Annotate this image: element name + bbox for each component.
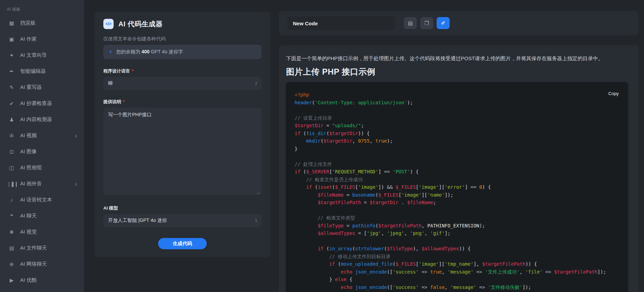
- brain-icon: ❋: [7, 229, 16, 235]
- balance-prefix: 您的余额为: [116, 49, 140, 54]
- pencil-icon: ✎: [7, 84, 16, 91]
- balance-amount: 400: [141, 49, 149, 54]
- code-line: $fileType = pathinfo($targetFilePath, PA…: [295, 222, 619, 230]
- code-line: echo json_encode(['success' => true, 'me…: [295, 268, 619, 276]
- code-line: if (!is_dir($targetDir)) {: [295, 130, 619, 137]
- sidebar-item-ai-web-chat[interactable]: ⊕ AI 网络聊天: [0, 256, 84, 272]
- code-line: [295, 106, 619, 114]
- sidebar-item-label: AI 视频: [20, 132, 37, 139]
- page-title: AI 代码生成器: [118, 19, 163, 29]
- generate-code-button[interactable]: 生成代码: [158, 238, 207, 249]
- instructions-label-text: 提供说明: [103, 99, 121, 104]
- code-line: mkdir($targetDir, 0755, true);: [295, 137, 619, 145]
- sidebar-item-ai-file-chat[interactable]: ▤ AI 文件聊天: [0, 240, 84, 256]
- document-button[interactable]: ▤: [404, 17, 417, 29]
- result-panel: 下面是一个简单的PHP接口示例，用于处理图片上传。这个代码段将接受通过POST请…: [279, 45, 639, 292]
- sidebar-item-ai-voiceover[interactable]: ❘❚❙ AI 画外音 ›: [0, 176, 84, 192]
- sidebar-item-label: AI 重写器: [20, 84, 42, 91]
- sidebar-item-label: AI 抄袭检查器: [20, 100, 52, 107]
- copy-code-button[interactable]: Copy: [608, 91, 619, 96]
- code-line: // 设置上传目录: [295, 114, 619, 122]
- video-camera-icon: ✇: [7, 133, 16, 139]
- save-edit-icon: ✐: [441, 20, 446, 26]
- code-line: // 检查文件类型: [295, 214, 619, 222]
- generator-panel: </> AI 代码生成器 仅使用文本命令创建各种代码 ⚡ 您的余额为 400 G…: [94, 12, 270, 257]
- sidebar-item-label: AI 作家: [20, 36, 37, 42]
- sidebar-item-ai-writer[interactable]: ▣ AI 作家: [0, 31, 84, 47]
- sidebar-section-label: AI 面板: [7, 6, 21, 12]
- code-line: $fileName = basename($_FILES['image']['n…: [295, 191, 619, 199]
- sidebar-item-ai-vision[interactable]: ❋ AI 视觉: [0, 224, 84, 240]
- shield-check-icon: ✔: [7, 101, 16, 107]
- sidebar-item-ai-rss[interactable]: ◉ AI RSS: [0, 288, 84, 292]
- sidebar-item-dashboard[interactable]: ▦ 挡泥板: [0, 15, 84, 31]
- code-generator-icon: </>: [103, 19, 114, 29]
- model-label-text: AI 模型: [103, 205, 118, 211]
- code-line: // 移动上传文件到目标目录: [295, 253, 619, 261]
- sidebar-item-ai-article-wizard[interactable]: ✦ AI 文章向导: [0, 47, 84, 63]
- sidebar-item-label: AI 聊天: [20, 213, 37, 219]
- sidebar-item-label: AI 图像: [20, 148, 37, 155]
- audio-file-icon: ♪: [7, 197, 16, 203]
- sidebar-item-ai-youtube[interactable]: ▶ AI 优酷: [0, 272, 84, 288]
- language-select[interactable]: 蟒 ▲▼: [103, 77, 261, 90]
- sidebar-item-ai-speech-to-text[interactable]: ♪ AI 语音转文本: [0, 192, 84, 208]
- sidebar-item-ai-plagiarism-checker[interactable]: ✔ AI 抄袭检查器: [0, 95, 84, 111]
- sidebar-item-ai-chat[interactable]: ❝ AI 聊天: [0, 208, 84, 224]
- code-line: echo json_encode(['success' => false, 'm…: [295, 283, 619, 291]
- sidebar-item-label: AI 网络聊天: [20, 261, 47, 267]
- sidebar-item-label: AI 照相馆: [20, 164, 42, 171]
- code-line: if ($_SERVER['REQUEST_METHOD'] == 'POST'…: [295, 168, 619, 176]
- sidebar-item-ai-content-detector[interactable]: ♟ AI 内容检测器: [0, 111, 84, 128]
- sidebar-item-label: AI 优酷: [20, 277, 37, 283]
- language-label: 程序设计语言*: [103, 68, 261, 74]
- sidebar-item-smart-editor[interactable]: ✒ 智能编辑器: [0, 63, 84, 79]
- arrow-down-icon: ▼: [255, 83, 257, 85]
- sidebar-item-label: AI 文件聊天: [20, 245, 47, 251]
- sidebar-item-ai-video[interactable]: ✇ AI 视频 ›: [0, 128, 84, 144]
- document-icon: ▤: [408, 20, 413, 26]
- generator-header: </> AI 代码生成器: [103, 19, 261, 29]
- code-line: $allowedTypes = ['jpg', 'jpeg', 'png', '…: [295, 229, 619, 237]
- code-line: <?php: [295, 91, 619, 99]
- model-label: AI 模型: [103, 205, 261, 211]
- chip-icon: ▣: [7, 36, 16, 42]
- folder-icon: ▤: [7, 245, 16, 251]
- dashboard-icon: ▦: [7, 20, 16, 26]
- save-button[interactable]: ✐: [437, 17, 450, 29]
- detector-icon: ♟: [7, 117, 16, 123]
- document-title-input[interactable]: [287, 16, 395, 30]
- language-select-value: 蟒: [108, 80, 113, 87]
- photo-studio-icon: ◫: [7, 165, 16, 171]
- sidebar-item-label: AI 视觉: [20, 229, 37, 235]
- code-line: } else {: [295, 276, 619, 283]
- balance-banner: ⚡ 您的余额为 400 GPT 4o 迷你字: [103, 45, 261, 59]
- feather-icon: ✒: [7, 68, 16, 75]
- image-scan-icon: ⊡: [7, 149, 16, 155]
- balance-suffix: GPT 4o 迷你字: [151, 49, 183, 54]
- instructions-textarea[interactable]: 写一个图片PHP接口: [103, 108, 261, 195]
- sidebar-item-ai-image[interactable]: ⊡ AI 图像: [0, 144, 84, 160]
- duplicate-button[interactable]: ❐: [420, 17, 433, 29]
- code-line: [295, 237, 619, 245]
- code-line: // 处理上传文件: [295, 160, 619, 168]
- select-arrows-icon: ▲▼: [255, 218, 257, 223]
- sidebar-item-ai-photo-studio[interactable]: ◫ AI 照相馆: [0, 160, 84, 176]
- chat-bubble-icon: ❝: [7, 213, 16, 219]
- chevron-right-icon: ›: [75, 181, 77, 187]
- copy-pages-icon: ❐: [424, 20, 429, 26]
- sidebar-nav: ▦ 挡泥板 ▣ AI 作家 ✦ AI 文章向导 ✒ 智能编辑器 ✎ AI 重写器…: [0, 15, 84, 292]
- model-select-value: 开放人工智能 |GPT 4o 迷你: [108, 217, 167, 224]
- generate-button-row: 生成代码: [103, 238, 261, 249]
- model-select[interactable]: 开放人工智能 |GPT 4o 迷你 ▲▼: [103, 214, 261, 227]
- youtube-icon: ▶: [7, 277, 16, 283]
- balance-text: 您的余额为 400 GPT 4o 迷你字: [116, 49, 183, 55]
- sparkles-icon: ✦: [7, 52, 16, 58]
- result-heading: 图片上传 PHP 接口示例: [286, 66, 631, 77]
- code-line: $targetFilePath = $targetDir . $fileName…: [295, 199, 619, 207]
- code-line: if (move_uploaded_file($_FILES['image'][…: [295, 260, 619, 268]
- required-asterisk: *: [132, 68, 133, 74]
- result-intro: 下面是一个简单的PHP接口示例，用于处理图片上传。这个代码段将接受通过POST请…: [286, 55, 631, 62]
- waveform-icon: ❘❚❙: [7, 181, 16, 187]
- sidebar-item-ai-rewriter[interactable]: ✎ AI 重写器: [0, 79, 84, 95]
